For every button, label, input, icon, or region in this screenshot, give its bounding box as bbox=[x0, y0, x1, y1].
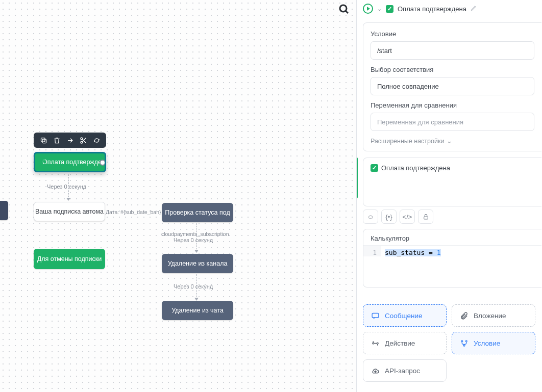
text-toolbar: ☺ {•} </> bbox=[363, 210, 542, 224]
edge-label-delay2: Через 0 секунд bbox=[174, 237, 213, 243]
node-label: Оплата подтвержде bbox=[42, 159, 102, 166]
add-condition-button[interactable]: Условие bbox=[452, 332, 535, 354]
panel-title: Оплата подтверждена bbox=[398, 5, 466, 13]
node-remove-channel[interactable]: Удаление из канала bbox=[162, 254, 233, 273]
message-body[interactable]: ✓ Оплата подтверждена bbox=[363, 158, 541, 206]
emoji-icon[interactable]: ☺ bbox=[363, 210, 378, 224]
svg-rect-8 bbox=[424, 216, 428, 219]
edge-label: Через 0 секунд bbox=[47, 184, 86, 190]
node-toolbar bbox=[34, 133, 106, 148]
add-action-button[interactable]: Действие bbox=[363, 332, 447, 354]
lock-icon[interactable] bbox=[418, 210, 433, 224]
add-message-button[interactable]: Сообщение bbox=[363, 304, 447, 327]
condition-label: Условие bbox=[371, 30, 534, 38]
condition-section: Условие Выбор соответствия Полное совпад… bbox=[363, 22, 541, 151]
add-attachment-button[interactable]: Вложение bbox=[452, 304, 535, 327]
node-label: Проверка статуса под bbox=[165, 209, 230, 216]
code-text: sub_status = 1 bbox=[381, 246, 445, 256]
edge-label-delay3: Через 0 секунд bbox=[174, 283, 213, 290]
svg-rect-3 bbox=[41, 138, 45, 142]
drag-handle[interactable] bbox=[356, 158, 358, 198]
svg-line-1 bbox=[346, 11, 348, 13]
chevron-down-icon[interactable]: ⌄ bbox=[377, 6, 382, 12]
svg-point-14 bbox=[463, 345, 465, 346]
variable-input[interactable] bbox=[371, 113, 534, 131]
share-icon[interactable] bbox=[91, 135, 102, 146]
scissors-icon[interactable] bbox=[78, 135, 89, 146]
arrow-down-icon bbox=[194, 250, 199, 253]
edge bbox=[196, 223, 197, 252]
edge-label-cp: cloudpayments_subscription bbox=[161, 231, 229, 237]
svg-rect-9 bbox=[372, 313, 379, 318]
arrow-down-icon bbox=[66, 198, 70, 201]
line-number: 1 bbox=[363, 246, 381, 256]
node-label: Удаление из канала bbox=[168, 260, 228, 267]
branch-icon bbox=[459, 338, 469, 348]
trash-icon[interactable] bbox=[51, 135, 62, 146]
side-panel: ⌄ ✓ Оплата подтверждена Условие Выбор со… bbox=[356, 0, 542, 392]
node-cancel-sub[interactable]: Для отмены подписки bbox=[34, 249, 105, 269]
svg-point-13 bbox=[465, 340, 467, 342]
calculator-card: Калькулятор 1 sub_status = 1 bbox=[363, 229, 541, 288]
message-icon bbox=[371, 311, 380, 320]
arrow-right-icon[interactable] bbox=[64, 135, 76, 146]
node-remove-chat[interactable]: Удаление из чата bbox=[162, 301, 233, 320]
node-label: Удаление из чата bbox=[171, 307, 224, 314]
node-label: Для отмены подписки bbox=[37, 255, 102, 263]
cloud-icon bbox=[371, 366, 380, 375]
svg-rect-2 bbox=[42, 139, 46, 143]
match-label: Выбор соответствия bbox=[371, 66, 534, 73]
svg-point-10 bbox=[372, 343, 374, 344]
code-icon[interactable]: </> bbox=[400, 210, 415, 224]
condition-input[interactable] bbox=[371, 41, 534, 60]
play-button[interactable] bbox=[363, 4, 373, 14]
node-label: Ваша подписка автома bbox=[35, 208, 104, 215]
duplicate-icon[interactable] bbox=[38, 135, 49, 146]
partial-node-left[interactable] bbox=[0, 201, 8, 220]
message-card: ✓ Оплата подтверждена bbox=[363, 158, 541, 206]
svg-point-11 bbox=[377, 343, 378, 344]
node-sub-auto[interactable]: Ваша подписка автома bbox=[34, 202, 105, 221]
pencil-icon[interactable] bbox=[471, 4, 477, 13]
variable-label: Переменная для сравнения bbox=[371, 101, 534, 109]
calculator-title: Калькулятор bbox=[363, 229, 541, 245]
chevron-down-icon: ⌄ bbox=[447, 137, 452, 145]
node-payment-confirmed[interactable]: Оплата подтвержде bbox=[34, 152, 106, 172]
code-editor[interactable]: 1 sub_status = 1 bbox=[363, 245, 541, 287]
node-port[interactable] bbox=[100, 160, 106, 166]
add-api-button[interactable]: API-запрос bbox=[363, 359, 447, 382]
action-buttons: Сообщение Вложение Действие Условие API-… bbox=[363, 304, 542, 382]
variable-insert-icon[interactable]: {•} bbox=[381, 210, 397, 224]
message-text: Оплата подтверждена bbox=[381, 164, 450, 172]
checkbox-icon: ✓ bbox=[386, 5, 393, 13]
svg-point-12 bbox=[461, 340, 462, 342]
attachment-icon bbox=[459, 311, 469, 320]
match-select[interactable]: Полное совпадение bbox=[371, 77, 534, 95]
checkbox-icon: ✓ bbox=[371, 164, 378, 172]
advanced-toggle[interactable]: Расширенные настройки ⌄ bbox=[371, 137, 534, 145]
search-icon[interactable] bbox=[337, 2, 351, 16]
flow-canvas[interactable]: Оплата подтвержде Через 0 секунд Ваша по… bbox=[0, 0, 356, 392]
edge-label-date: Дата: #{sub_date_ban} bbox=[106, 209, 161, 215]
svg-point-0 bbox=[340, 5, 347, 12]
action-icon bbox=[371, 338, 380, 348]
node-check-status[interactable]: Проверка статуса под bbox=[162, 203, 233, 222]
panel-header: ⌄ ✓ Оплата подтверждена bbox=[357, 1, 542, 16]
